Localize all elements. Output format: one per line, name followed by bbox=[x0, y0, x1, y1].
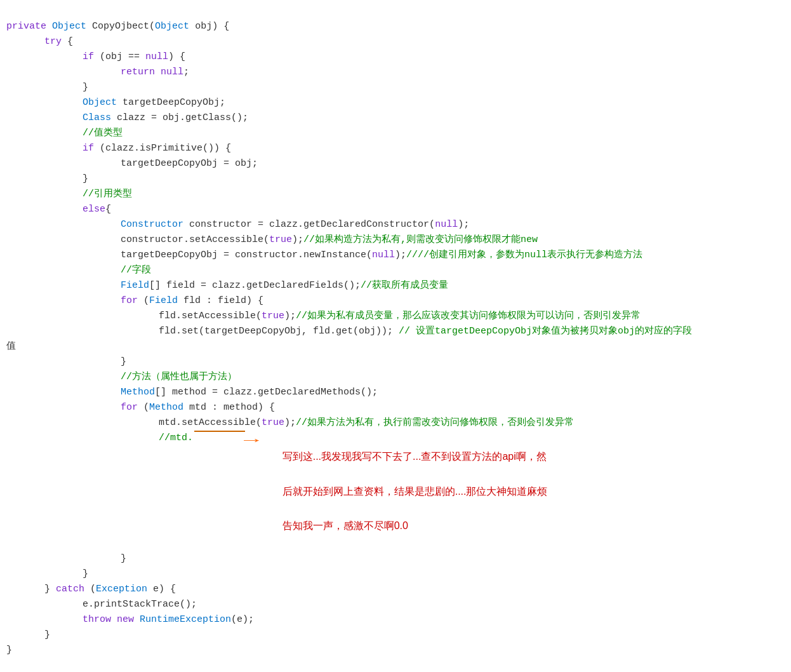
code-line-19: for (Field fld : field) { bbox=[6, 293, 785, 309]
code-line-22: } bbox=[6, 354, 785, 370]
code-line-4: return null; bbox=[6, 65, 785, 80]
code-line-2: try { bbox=[6, 34, 785, 50]
code-line-20: fld.setAccessible(true);//如果为私有成员变量，那么应该… bbox=[6, 309, 785, 324]
code-line-26: mtd.setAccessible(true);//如果方法为私有，执行前需改变… bbox=[6, 415, 785, 431]
code-line-18: Field[] field = clazz.getDeclaredFields(… bbox=[6, 278, 785, 293]
code-line-23: //方法（属性也属于方法） bbox=[6, 370, 785, 385]
code-line-33: } bbox=[6, 628, 785, 643]
code-line-1: private Object CopyOjbect(Object obj) { bbox=[6, 19, 785, 34]
code-line-5: } bbox=[6, 80, 785, 95]
code-line-11: } bbox=[6, 171, 785, 187]
code-line-27: //mtd. → 写到这...我发现我写不下去了...查不到设置方法的api啊，… bbox=[6, 431, 785, 551]
code-line-24: Method[] method = clazz.getDeclaredMetho… bbox=[6, 385, 785, 400]
code-line-30: } catch (Exception e) { bbox=[6, 582, 785, 597]
side-note-zhi: 值 bbox=[6, 339, 16, 354]
code-line-6: Object targetDeepCopyObj; bbox=[6, 95, 785, 111]
code-block: private Object CopyOjbect(Object obj) { … bbox=[6, 13, 785, 664]
code-line-17: //字段 bbox=[6, 263, 785, 278]
code-line-25: for (Method mtd : method) { bbox=[6, 400, 785, 415]
code-line-7: Class clazz = obj.getClass(); bbox=[6, 111, 785, 126]
code-line-34: } bbox=[6, 643, 785, 658]
code-line-15: constructor.setAccessible(true);//如果构造方法… bbox=[6, 232, 785, 248]
underline-decoration bbox=[194, 431, 245, 432]
side-note-line: 值 bbox=[6, 339, 785, 354]
code-line-8: //值类型 bbox=[6, 126, 785, 141]
arrow-icon: → bbox=[244, 431, 259, 451]
code-line-31: e.printStackTrace(); bbox=[6, 597, 785, 612]
code-line-9: if (clazz.isPrimitive()) { bbox=[6, 141, 785, 156]
code-line-13: else{ bbox=[6, 202, 785, 217]
code-line-10: targetDeepCopyObj = obj; bbox=[6, 156, 785, 171]
code-line-21: fld.set(targetDeepCopyObj, fld.get(obj))… bbox=[6, 324, 785, 339]
code-line-3: if (obj == null) { bbox=[6, 50, 785, 65]
code-line-28: } bbox=[6, 551, 785, 567]
code-line-14: Constructor constructor = clazz.getDecla… bbox=[6, 217, 785, 232]
code-line-32: throw new RuntimeException(e); bbox=[6, 612, 785, 628]
code-line-29: } bbox=[6, 567, 785, 582]
comment-bubble: 写到这...我发现我写不下去了...查不到设置方法的api啊，然 后就开始到网上… bbox=[265, 431, 547, 551]
code-line-12: //引用类型 bbox=[6, 187, 785, 202]
code-line-16: targetDeepCopyObj = constructor.newInsta… bbox=[6, 248, 785, 263]
